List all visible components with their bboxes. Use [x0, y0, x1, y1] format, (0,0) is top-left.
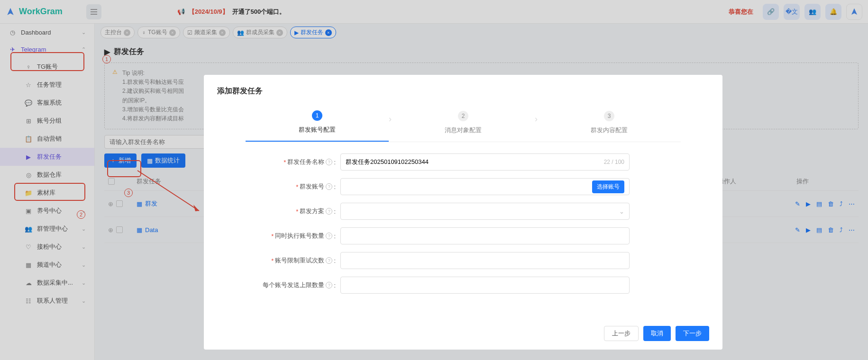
modal-form: *群发任务名称?: 22 / 100 *群发账号?: 选择账号 *群发方案?: …	[246, 153, 681, 301]
concurrent-input[interactable]	[340, 227, 630, 244]
step-3[interactable]: 3群发内容配置	[538, 111, 681, 141]
step-2[interactable]: 2消息对象配置	[392, 111, 535, 141]
step-indicator: 1群发账号配置 › 2消息对象配置 › 3群发内容配置	[246, 110, 681, 142]
retry-input[interactable]	[340, 252, 630, 269]
plan-label: *群发方案?:	[246, 207, 340, 216]
modal-footer: 上一步 取消 下一步	[217, 326, 709, 341]
help-icon[interactable]: ?	[326, 233, 332, 239]
cancel-button[interactable]: 取消	[643, 326, 671, 341]
chevron-down-icon: ⌄	[619, 208, 624, 215]
help-icon[interactable]: ?	[326, 183, 332, 190]
concurrent-label: *同时执行账号数量?:	[246, 232, 340, 240]
step-1[interactable]: 1群发账号配置	[246, 110, 389, 142]
char-counter: 22 / 100	[604, 159, 624, 165]
modal-title: 添加群发任务	[217, 86, 709, 96]
step-label: 群发账号配置	[246, 126, 389, 134]
plan-select[interactable]: ⌄	[340, 203, 630, 220]
select-account-button[interactable]: 选择账号	[592, 180, 624, 193]
limit-input[interactable]	[340, 277, 630, 294]
help-icon[interactable]: ?	[326, 282, 332, 288]
account-input-wrapper: 选择账号	[340, 178, 630, 195]
step-label: 群发内容配置	[538, 126, 681, 135]
task-name-input[interactable]	[346, 159, 604, 166]
limit-label: 每个账号发送上限数量?:	[246, 281, 340, 289]
help-icon[interactable]: ?	[326, 257, 332, 264]
task-name-input-wrapper: 22 / 100	[340, 153, 630, 171]
help-icon[interactable]: ?	[326, 208, 332, 215]
help-icon[interactable]: ?	[326, 159, 332, 165]
retry-label: *账号限制重试次数?:	[246, 256, 340, 265]
task-name-label: *群发任务名称?:	[246, 158, 340, 166]
step-label: 消息对象配置	[392, 126, 535, 135]
account-label: *群发账号?:	[246, 182, 340, 191]
next-button[interactable]: 下一步	[676, 326, 709, 341]
prev-button[interactable]: 上一步	[604, 326, 639, 341]
add-task-modal: 添加群发任务 1群发账号配置 › 2消息对象配置 › 3群发内容配置 *群发任务…	[204, 75, 722, 350]
